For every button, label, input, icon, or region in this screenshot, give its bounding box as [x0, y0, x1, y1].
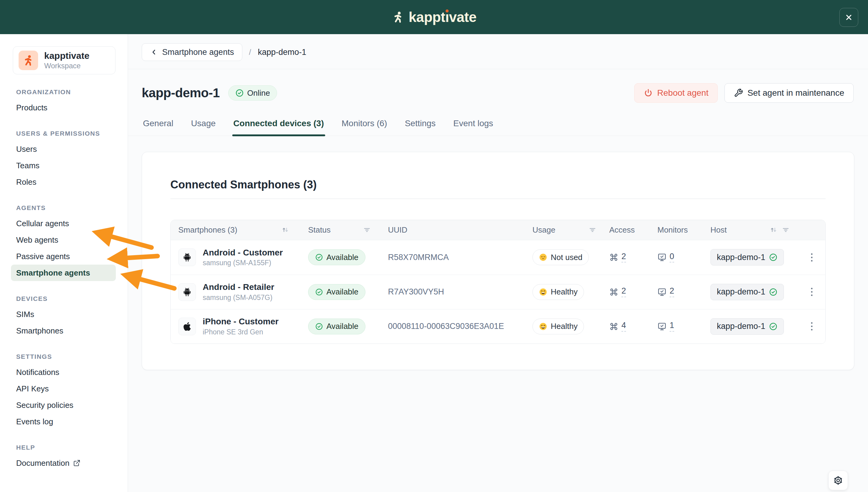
- row-menu-button[interactable]: [808, 319, 816, 334]
- host-pill[interactable]: kapp-demo-1: [710, 249, 784, 266]
- status-pill: Available: [308, 284, 365, 300]
- workspace-type: Workspace: [44, 62, 89, 70]
- col-status: Status: [308, 225, 331, 235]
- tab-monitors[interactable]: Monitors (6): [340, 116, 388, 136]
- section-settings: SETTINGS: [11, 353, 116, 360]
- sidebar-item-api-keys[interactable]: API Keys: [11, 380, 116, 397]
- workspace-name: kapptivate: [44, 51, 89, 61]
- access-count[interactable]: 2: [621, 287, 626, 297]
- device-model: samsung (SM-A155F): [203, 259, 283, 267]
- usage-pill: Healthy: [532, 319, 584, 335]
- settings-fab-button[interactable]: [828, 471, 848, 490]
- device-name: Android - Retailer: [203, 282, 274, 292]
- brand-mark-icon: [392, 11, 404, 23]
- sidebar-item-teams[interactable]: Teams: [11, 157, 116, 174]
- section-users-permissions: USERS & PERMISSIONS: [11, 130, 116, 137]
- sidebar-item-documentation[interactable]: Documentation: [11, 455, 116, 471]
- section-agents: AGENTS: [11, 204, 116, 212]
- sidebar-item-sims[interactable]: SIMs: [11, 306, 116, 322]
- power-icon: [644, 89, 653, 98]
- monitor-icon: [657, 288, 667, 297]
- device-name: iPhone - Customer: [203, 316, 279, 327]
- chevron-left-icon: [150, 48, 158, 56]
- section-devices: DEVICES: [11, 295, 116, 302]
- tab-usage[interactable]: Usage: [190, 116, 217, 136]
- sidebar-item-cellular-agents[interactable]: Cellular agents: [11, 215, 116, 232]
- sidebar-item-security-policies[interactable]: Security policies: [11, 397, 116, 413]
- sidebar-item-events-log[interactable]: Events log: [11, 413, 116, 430]
- device-model: iPhone SE 3rd Gen: [203, 328, 279, 336]
- devices-table: Smartphones (3) Status UUID Usage Access…: [170, 220, 826, 344]
- device-icon-box: [178, 248, 196, 266]
- check-circle-icon: [769, 253, 777, 262]
- tab-settings[interactable]: Settings: [404, 116, 437, 136]
- sidebar-item-passive-agents[interactable]: Passive agents: [11, 248, 116, 265]
- sidebar-item-roles[interactable]: Roles: [11, 174, 116, 190]
- breadcrumb-current: kapp-demo-1: [258, 48, 306, 57]
- command-icon: [609, 253, 618, 262]
- sidebar-item-notifications[interactable]: Notifications: [11, 364, 116, 380]
- device-name: Android - Customer: [203, 248, 283, 258]
- host-pill[interactable]: kapp-demo-1: [710, 318, 784, 335]
- sort-icon[interactable]: [770, 226, 777, 234]
- brand-logo: kapptıvate: [392, 9, 477, 25]
- workspace-icon: [19, 51, 38, 70]
- external-link-icon: [73, 459, 80, 467]
- table-row[interactable]: iPhone - Customer iPhone SE 3rd Gen Avai…: [171, 309, 825, 344]
- row-menu-button[interactable]: [808, 250, 816, 265]
- brand-i-dot: [445, 9, 449, 13]
- android-icon: [182, 252, 193, 263]
- table-row[interactable]: Android - Customer samsung (SM-A155F) Av…: [171, 240, 825, 275]
- monitors-count[interactable]: 0: [670, 252, 674, 263]
- access-count[interactable]: 2: [621, 252, 626, 263]
- back-button[interactable]: Smartphone agents: [142, 43, 242, 61]
- command-icon: [609, 322, 618, 331]
- tab-general[interactable]: General: [142, 116, 175, 136]
- breadcrumb-separator: /: [249, 48, 251, 57]
- sidebar-item-users[interactable]: Users: [11, 141, 116, 157]
- device-uuid: 00008110-00063C9036E3A01E: [388, 322, 504, 331]
- sort-icon[interactable]: [281, 226, 289, 234]
- workspace-switcher[interactable]: kapptivate Workspace: [13, 46, 116, 74]
- wrench-icon: [734, 89, 743, 98]
- sidebar-nav: ORGANIZATION Products USERS & PERMISSION…: [0, 89, 128, 471]
- sidebar-item-web-agents[interactable]: Web agents: [11, 232, 116, 248]
- table-row[interactable]: Android - Retailer samsung (SM-A057G) Av…: [171, 275, 825, 309]
- reboot-agent-button[interactable]: Reboot agent: [634, 83, 718, 103]
- filter-icon[interactable]: [589, 226, 596, 234]
- col-usage: Usage: [532, 225, 555, 235]
- check-circle-icon: [315, 322, 323, 330]
- col-access: Access: [609, 225, 635, 235]
- status-badge: Online: [228, 85, 277, 101]
- close-button[interactable]: [839, 8, 858, 27]
- tab-connected-devices[interactable]: Connected devices (3): [232, 116, 325, 136]
- sidebar-item-smartphone-agents[interactable]: Smartphone agents: [11, 265, 116, 281]
- device-uuid: R7AY300VY5H: [388, 287, 444, 297]
- monitor-icon: [657, 253, 667, 262]
- monitors-count[interactable]: 2: [670, 287, 674, 297]
- sidebar-item-smartphones[interactable]: Smartphones: [11, 322, 116, 339]
- device-uuid: R58X70MRMCA: [388, 253, 449, 262]
- check-circle-icon: [235, 89, 244, 97]
- monitor-icon: [657, 322, 667, 331]
- row-menu-button[interactable]: [808, 285, 816, 299]
- app-window: kapptıvate kapptivate Workspace ORGANIZA…: [0, 0, 868, 492]
- usage-pill: Healthy: [532, 284, 584, 300]
- apple-icon: [183, 322, 192, 331]
- tabs: General Usage Connected devices (3) Moni…: [128, 116, 868, 136]
- tab-event-logs[interactable]: Event logs: [452, 116, 494, 136]
- host-pill[interactable]: kapp-demo-1: [710, 284, 784, 300]
- filter-icon[interactable]: [782, 226, 790, 234]
- sidebar-item-products[interactable]: Products: [11, 99, 116, 116]
- filter-icon[interactable]: [363, 226, 371, 234]
- brand-wordmark: kapptıvate: [409, 9, 477, 25]
- access-count[interactable]: 4: [621, 321, 626, 331]
- col-host: Host: [710, 225, 726, 235]
- set-maintenance-button[interactable]: Set agent in maintenance: [724, 83, 854, 103]
- pensive-face-icon: [539, 253, 547, 262]
- monitors-count[interactable]: 1: [670, 321, 674, 331]
- section-organization: ORGANIZATION: [11, 89, 116, 96]
- col-smartphones: Smartphones (3): [178, 225, 237, 235]
- workspace-figure-icon: [22, 54, 34, 67]
- top-header: kapptıvate: [0, 0, 868, 34]
